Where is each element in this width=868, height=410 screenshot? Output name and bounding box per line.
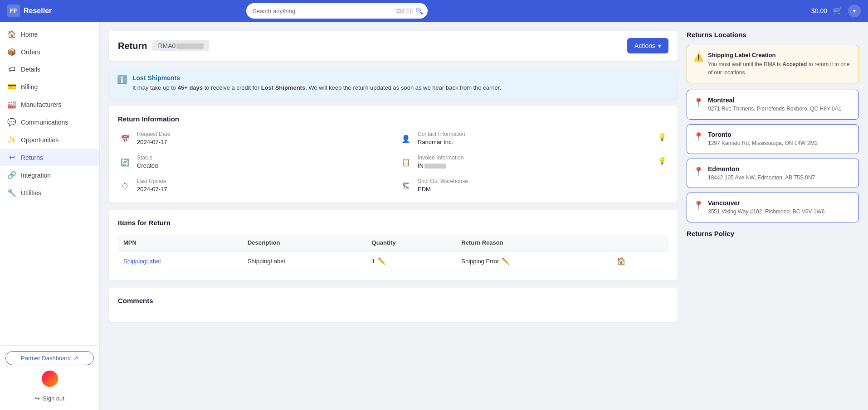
sidebar-item-returns[interactable]: ↩ Returns <box>0 149 99 166</box>
status-label: Status <box>137 154 158 161</box>
return-info-grid: 📅 Request Date 2024-07-17 👤 Contact Info… <box>118 131 668 193</box>
page-title-row: Return RMA0 <box>118 40 209 51</box>
nav-right: $0.00 🛒 ▾ <box>811 5 861 17</box>
sidebar-item-integration[interactable]: 🔗 Integration <box>0 166 99 184</box>
table-row: ShippingLabel ShippingLabel 1 ✏️ <box>118 251 668 271</box>
invoice-info-action-icon[interactable]: 💡 <box>656 154 668 167</box>
contact-icon: 👤 <box>399 132 413 146</box>
returns-locations-title: Returns Locations <box>687 31 859 39</box>
sidebar-item-opportunities[interactable]: ✨ Opportunities <box>0 131 99 149</box>
info-warehouse: 🏗 Ship Out Warehouse EDM <box>399 178 668 193</box>
sidebar-item-orders[interactable]: 📦 Orders <box>0 43 99 61</box>
sign-out-button[interactable]: ↪ Sign out <box>5 392 94 405</box>
contact-info-action-icon[interactable]: 💡 <box>656 131 668 143</box>
sidebar-item-communications[interactable]: 💬 Communications <box>0 113 99 131</box>
warehouse-value: EDM <box>418 186 468 193</box>
item-description: ShippingLabel <box>242 251 366 271</box>
col-mpn: MPN <box>118 235 242 251</box>
rma-badge: RMA0 <box>152 40 209 51</box>
location-montreal-address: 9271 Rue Thimens, Pierrefonds-Roxboro, Q… <box>708 105 841 113</box>
communications-icon: 💬 <box>7 118 16 126</box>
utilities-icon: 🔧 <box>7 188 16 197</box>
warning-icon: ⚠️ <box>693 52 703 62</box>
info-request-date: 📅 Request Date 2024-07-17 <box>118 131 388 146</box>
actions-button[interactable]: Actions ▾ <box>627 38 668 53</box>
user-dropdown[interactable]: ▾ <box>848 5 861 17</box>
search-icon[interactable]: 🔍 <box>415 7 423 14</box>
info-invoice-content: Invoice Information IN <box>418 154 463 169</box>
warehouse-icon: 🏗 <box>399 179 413 193</box>
item-actions-cell: 🏠 <box>608 251 668 271</box>
location-pin-icon: 📍 <box>693 97 703 107</box>
chevron-down-icon: ▾ <box>658 42 661 49</box>
sidebar-bottom: Partner Dashboard ↗ ↪ Sign out <box>0 345 99 410</box>
info-last-update: ⏱ Last Update 2024-07-17 <box>118 178 388 193</box>
partner-dashboard-button[interactable]: Partner Dashboard ↗ <box>5 351 94 365</box>
request-date-label: Request Date <box>137 131 170 137</box>
location-card-vancouver[interactable]: 📍 Vancouver 3551 Viking Way #102, Richmo… <box>687 193 859 222</box>
main-content: Return RMA0 Actions ▾ ℹ️ Lost Shipments … <box>100 22 868 410</box>
home-icon: 🏠 <box>7 30 16 39</box>
cart-icon[interactable]: 🛒 <box>833 6 843 16</box>
return-info-title: Return Information <box>118 115 668 123</box>
items-table-container: MPN Description Quantity Return Reason S… <box>118 235 668 271</box>
contact-value: Randmar Inc. <box>418 139 465 145</box>
request-date-value: 2024-07-17 <box>137 139 170 145</box>
returns-policy-title: Returns Policy <box>687 230 859 237</box>
sidebar-item-utilities[interactable]: 🔧 Utilities <box>0 184 99 202</box>
item-mpn-link[interactable]: ShippingLabel <box>123 258 161 265</box>
quantity-edit-icon[interactable]: ✏️ <box>378 257 385 265</box>
location-card-montreal[interactable]: 📍 Montreal 9271 Rue Thimens, Pierrefonds… <box>687 90 859 120</box>
items-for-return-card: Items for Return MPN Description Quantit… <box>109 210 678 280</box>
warning-content: Shipping Label Creation You must wait un… <box>708 52 852 77</box>
warning-title: Shipping Label Creation <box>708 52 852 58</box>
orders-icon: 📦 <box>7 48 16 56</box>
location-edmonton-address: 18442 105 Ave NW, Edmonton, AB T5S 0N7 <box>708 174 815 182</box>
manufacturers-icon: 🏭 <box>7 100 16 109</box>
item-return-reason: Shipping Error <box>461 258 499 265</box>
alert-title: Lost Shipments <box>132 74 501 82</box>
sidebar-item-billing[interactable]: 💳 Billing <box>0 78 99 96</box>
col-actions <box>608 235 668 251</box>
logo-icon: FF <box>7 5 20 17</box>
calendar-icon: 📅 <box>118 132 132 146</box>
alert-content: Lost Shipments It may take up to 45+ day… <box>132 74 501 92</box>
actions-label: Actions <box>634 42 655 49</box>
col-quantity: Quantity <box>366 235 456 251</box>
sign-out-label: Sign out <box>43 395 64 402</box>
shipping-label-warning: ⚠️ Shipping Label Creation You must wait… <box>687 45 859 83</box>
partner-dashboard-label: Partner Dashboard <box>21 355 71 362</box>
return-information-card: Return Information 📅 Request Date 2024-0… <box>109 106 678 203</box>
info-last-update-content: Last Update 2024-07-17 <box>137 178 167 193</box>
location-card-edmonton[interactable]: 📍 Edmonton 18442 105 Ave NW, Edmonton, A… <box>687 159 859 188</box>
location-toronto-name: Toronto <box>708 131 818 138</box>
returns-icon: ↩ <box>7 153 16 162</box>
item-building-icon[interactable]: 🏠 <box>617 257 626 265</box>
app-name: Reseller <box>24 7 52 15</box>
location-edmonton-name: Edmonton <box>708 165 815 173</box>
items-title: Items for Return <box>118 219 668 227</box>
table-header: MPN Description Quantity Return Reason <box>118 235 668 251</box>
app-logo[interactable]: FF Reseller <box>7 5 52 17</box>
info-warehouse-content: Ship Out Warehouse EDM <box>418 178 468 193</box>
sidebar-item-label-opportunities: Opportunities <box>21 136 59 144</box>
details-icon: 🏷 <box>7 65 16 73</box>
sidebar: 🏠 Home 📦 Orders 🏷 Details 💳 Billing 🏭 Ma… <box>0 22 100 410</box>
location-toronto-address: 1297 Kamato Rd, Mississauga, ON L4W 2M2 <box>708 140 818 147</box>
location-vancouver-name: Vancouver <box>708 199 824 207</box>
page-title: Return <box>118 41 147 51</box>
reason-edit-icon[interactable]: ✏️ <box>502 257 509 265</box>
last-update-label: Last Update <box>137 178 167 184</box>
location-card-toronto[interactable]: 📍 Toronto 1297 Kamato Rd, Mississauga, O… <box>687 124 859 154</box>
sidebar-item-home[interactable]: 🏠 Home <box>0 25 99 43</box>
page-header: Return RMA0 Actions ▾ <box>109 31 678 61</box>
invoice-value: IN <box>418 162 463 169</box>
sidebar-item-details[interactable]: 🏷 Details <box>0 61 99 78</box>
top-navigation: FF Reseller Ctrl + / 🔍 $0.00 🛒 ▾ <box>0 0 868 22</box>
location-montreal-name: Montreal <box>708 96 841 104</box>
sidebar-item-manufacturers[interactable]: 🏭 Manufacturers <box>0 96 99 113</box>
location-edmonton-content: Edmonton 18442 105 Ave NW, Edmonton, AB … <box>708 165 815 182</box>
table-body: ShippingLabel ShippingLabel 1 ✏️ <box>118 251 668 271</box>
main-column: Return RMA0 Actions ▾ ℹ️ Lost Shipments … <box>109 31 678 401</box>
items-table: MPN Description Quantity Return Reason S… <box>118 235 668 271</box>
